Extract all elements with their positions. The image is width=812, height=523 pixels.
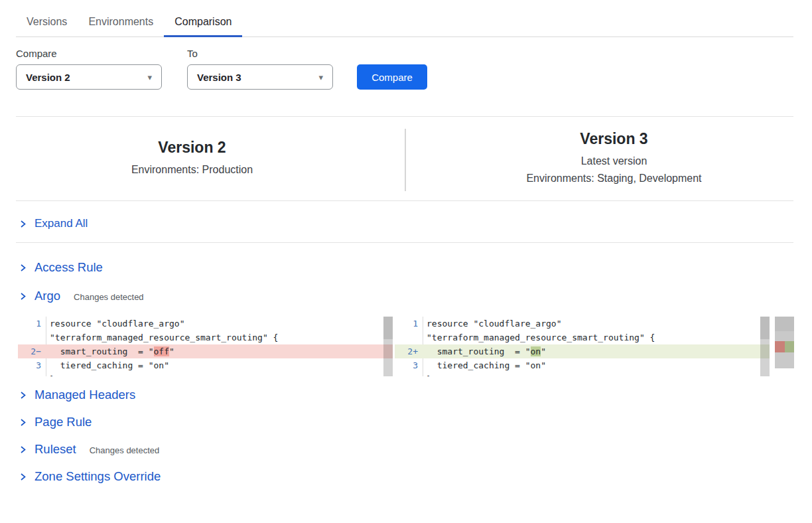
line-number: 3 [18,358,46,372]
section-argo[interactable]: Argo Changes detected [19,289,812,303]
compare-button[interactable]: Compare [357,64,427,90]
line-number: 2+ [395,344,423,358]
compare-from-select[interactable]: Version 2 ▾ [16,64,162,90]
code-text: resource "cloudflare_argo" [423,317,562,331]
line-number [395,331,423,344]
version-right-title: Version 3 [435,130,793,148]
argo-diff-viewer: 1 resource "cloudflare_argo" "terraform_… [18,317,794,376]
diff-line-wrap: "terraform_managed_resource_smart_routin… [395,331,770,344]
divider [16,200,793,201]
line-number [395,372,423,376]
code-text: tiered_caching = "on" [46,358,169,372]
chevron-right-icon [19,220,27,228]
compare-from-label: Compare [16,48,162,59]
code-text: smart_routing = "off" [46,344,174,358]
section-ruleset-label: Ruleset [34,442,76,457]
compare-to-select[interactable]: Version 3 ▾ [187,64,333,90]
vertical-divider [405,129,406,191]
diff-right-pane[interactable]: 1 resource "cloudflare_argo" "terraform_… [395,317,770,376]
chevron-right-icon [19,263,27,272]
version-right-header: Version 3 Latest version Environments: S… [405,130,793,187]
chevron-right-icon [19,292,27,301]
diff-line: 1 resource "cloudflare_argo" [18,317,393,331]
section-access-rule[interactable]: Access Rule [19,260,812,275]
minimap-viewport [775,317,794,331]
line-number: 1 [395,317,423,331]
code-text: "terraform_managed_resource_smart_routin… [46,331,278,344]
version-right-subtitle: Latest version [435,153,793,170]
code-text: } [423,372,432,376]
section-zone-settings-override[interactable]: Zone Settings Override [19,469,812,484]
tab-versions[interactable]: Versions [16,11,78,37]
compare-form: Compare Version 2 ▾ To Version 3 ▾ Compa… [16,48,812,90]
active-tab-underline [164,35,242,37]
scrollbar-thumb[interactable] [760,317,770,339]
chevron-right-icon [19,473,27,481]
line-number [18,372,46,376]
section-managed-headers-label: Managed Headers [34,388,135,402]
tab-environments-label: Environments [88,16,153,27]
expand-all-button[interactable]: Expand All [19,217,812,230]
diff-line: } [395,372,770,376]
diff-line: } [18,372,393,376]
code-text: } [46,372,55,376]
chevron-right-icon [19,445,27,454]
line-number: 3 [395,358,423,372]
diff-line: 1 resource "cloudflare_argo" [395,317,770,331]
compare-to-value: Version 3 [197,72,241,83]
diff-minimap[interactable] [775,317,794,368]
code-text: smart_routing = " [427,346,531,356]
vertical-scrollbar[interactable] [760,317,770,376]
diff-line-removed: 2− smart_routing = "off" [18,344,393,358]
minimap-removed-marker [775,341,785,352]
line-number: 2− [18,344,46,358]
diff-line-wrap: "terraform_managed_resource_smart_routin… [18,331,393,344]
code-text: resource "cloudflare_argo" [46,317,185,331]
removed-word-highlight: off [154,346,169,356]
caret-down-icon: ▾ [147,72,152,82]
section-zone-settings-override-label: Zone Settings Override [34,469,161,484]
changes-detected-badge: Changes detected [74,290,144,302]
diff-line: 3 tiered_caching = "on" [395,358,770,372]
tab-environments[interactable]: Environments [78,11,164,37]
code-text: "terraform_managed_resource_smart_routin… [423,331,655,344]
section-ruleset[interactable]: Ruleset Changes detected [19,442,812,457]
compare-to-label: To [187,48,333,59]
vertical-scrollbar[interactable] [383,317,393,376]
version-left-title: Version 2 [16,139,368,157]
version-headers: Version 2 Environments: Production Versi… [16,117,793,200]
section-page-rule-label: Page Rule [34,415,92,429]
added-word-highlight: on [531,346,541,356]
line-number [18,331,46,344]
version-right-environments: Environments: Staging, Development [435,170,793,187]
tab-comparison[interactable]: Comparison [164,11,242,37]
tab-comparison-label: Comparison [174,16,232,27]
divider [16,242,793,243]
diff-line: 3 tiered_caching = "on" [18,358,393,372]
caret-down-icon: ▾ [318,72,323,82]
section-argo-label: Argo [34,289,60,303]
scrollbar-thumb[interactable] [383,317,393,339]
minimap-added-marker [785,341,795,352]
changes-detected-badge: Changes detected [90,443,160,455]
section-page-rule[interactable]: Page Rule [19,415,812,429]
compare-from-value: Version 2 [26,72,70,83]
compare-from-field: Compare Version 2 ▾ [16,48,162,90]
line-number: 1 [18,317,46,331]
version-left-environments: Environments: Production [16,161,368,179]
diff-line-added: 2+ smart_routing = "on" [395,344,770,358]
section-access-rule-label: Access Rule [34,260,103,275]
compare-to-field: To Version 3 ▾ [187,48,333,90]
tab-bar: Versions Environments Comparison [16,0,793,37]
version-left-header: Version 2 Environments: Production [16,139,405,179]
diff-left-pane[interactable]: 1 resource "cloudflare_argo" "terraform_… [18,317,393,376]
expand-all-label: Expand All [34,217,88,230]
code-text: " [169,346,174,356]
chevron-right-icon [19,418,27,427]
code-text: tiered_caching = "on" [423,358,546,372]
code-text: smart_routing = "on" [423,344,546,358]
section-managed-headers[interactable]: Managed Headers [19,388,812,402]
code-text: " [541,346,546,356]
chevron-right-icon [19,391,27,400]
code-text: smart_routing = " [50,346,154,356]
